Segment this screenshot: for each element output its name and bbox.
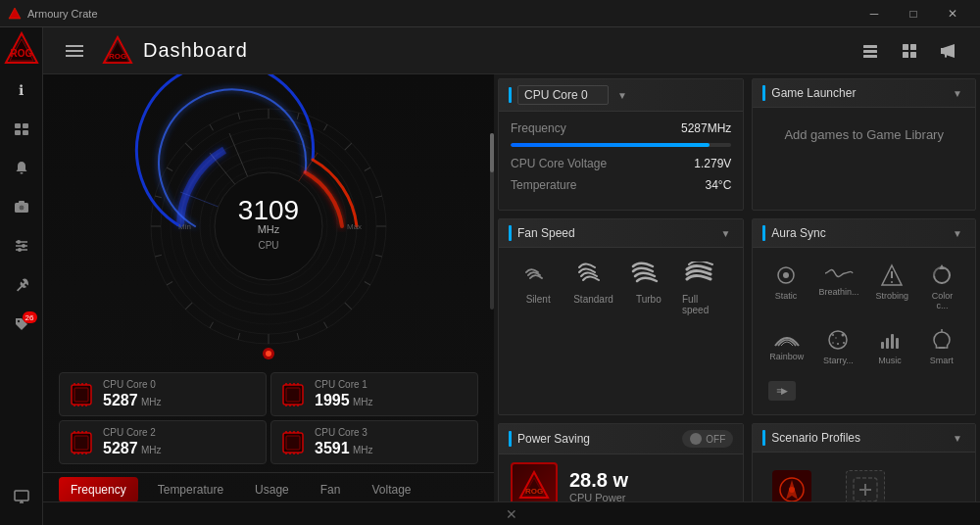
app-container: ROG ℹ <box>0 27 980 525</box>
fan-option-standard[interactable]: Standard <box>565 256 620 321</box>
cpu-core-value-2: 5287 MHz <box>103 440 258 457</box>
toggle-knob <box>690 433 702 445</box>
svg-rect-76 <box>74 388 88 402</box>
svg-line-59 <box>155 255 162 257</box>
game-widget-chevron[interactable]: ▼ <box>950 85 965 101</box>
temperature-label: Temperature <box>511 178 576 192</box>
aura-label-smart: Smart <box>930 356 954 365</box>
sidebar-item-display[interactable] <box>4 480 39 515</box>
svg-point-124 <box>837 343 839 345</box>
svg-line-57 <box>185 303 192 310</box>
scenario-profile-1[interactable]: Profile 1 <box>764 462 819 501</box>
frequency-bar-fill <box>511 143 710 147</box>
temperature-row: Temperature 34°C <box>511 178 731 192</box>
sidebar-item-camera[interactable] <box>4 190 39 225</box>
tab-frequency[interactable]: Frequency <box>59 477 138 501</box>
aura-label-breathing: Breathin... <box>819 287 859 297</box>
fan-silent-icon <box>524 262 552 288</box>
titlebar: Armoury Crate ─ □ ✕ <box>0 0 980 27</box>
fan-widget-chevron[interactable]: ▼ <box>717 225 733 241</box>
cpu-core-freq-2: 5287 <box>103 440 138 456</box>
power-info: 28.8 w CPU Power <box>569 469 731 502</box>
aura-header-accent <box>762 225 765 241</box>
frequency-label: Frequency <box>511 121 566 135</box>
tab-usage[interactable]: Usage <box>243 477 301 501</box>
fan-option-silent[interactable]: Silent <box>511 256 565 321</box>
close-button[interactable]: ✕ <box>933 0 972 27</box>
scenario-create-new[interactable]: Create New <box>831 462 899 501</box>
svg-line-52 <box>324 322 328 328</box>
sidebar-item-tag[interactable]: 26 <box>4 308 39 343</box>
aura-mode-strobing[interactable]: Strobing <box>871 258 913 316</box>
svg-rect-131 <box>896 338 899 349</box>
aura-label-color-cycle: Color c... <box>925 291 959 310</box>
profile1-icon <box>772 470 811 501</box>
aura-mode-static[interactable]: Static <box>764 258 807 316</box>
temperature-value: 34°C <box>706 178 732 192</box>
cpu-core-selector[interactable]: CPU Core 0 CPU Core 1 CPU Core 2 CPU Cor… <box>517 85 609 105</box>
game-launcher-header: Game Launcher ▼ <box>753 79 975 108</box>
tab-fan[interactable]: Fan <box>309 477 353 501</box>
svg-point-15 <box>17 240 21 244</box>
frequency-bar <box>511 143 731 147</box>
app-icon <box>8 7 22 21</box>
power-content: ROG 28.8 w CPU Power <box>499 454 743 501</box>
svg-point-123 <box>842 334 845 337</box>
tab-temperature[interactable]: Temperature <box>146 477 235 501</box>
menu-button[interactable] <box>59 35 90 67</box>
svg-rect-28 <box>863 45 877 48</box>
cpu-core-value-3: 3591 MHz <box>315 440 469 457</box>
widget-chevron[interactable]: ▼ <box>614 87 630 103</box>
scroll-bar[interactable] <box>488 74 494 368</box>
svg-line-65 <box>238 113 240 119</box>
aura-mode-starry[interactable]: Starry... <box>816 322 860 371</box>
sidebar-item-devices[interactable] <box>4 112 39 147</box>
maximize-button[interactable]: □ <box>894 0 933 27</box>
svg-rect-32 <box>910 44 916 50</box>
svg-point-127 <box>836 337 837 338</box>
svg-point-18 <box>17 319 19 321</box>
sidebar-item-sliders[interactable] <box>4 229 39 264</box>
rog-logo: ROG <box>4 31 39 67</box>
scenario-widget-chevron[interactable]: ▼ <box>950 430 965 446</box>
voltage-label: CPU Core Voltage <box>511 157 607 170</box>
aura-mode-smart[interactable]: Smart <box>919 322 963 371</box>
cpu-core-value-0: 5287 MHz <box>103 392 258 409</box>
fan-option-full[interactable]: Full speed <box>676 256 731 321</box>
svg-rect-33 <box>903 52 908 58</box>
aura-sync-title: Aura Sync <box>771 226 944 240</box>
aura-label-strobing: Strobing <box>875 291 908 301</box>
header-actions <box>855 35 964 67</box>
announcement-button[interactable] <box>933 35 964 67</box>
svg-text:ROG: ROG <box>109 52 126 61</box>
scenario-content: Profile 1 <box>753 453 975 501</box>
grid-view-button[interactable] <box>894 35 925 67</box>
aura-label-music: Music <box>878 356 902 365</box>
display-icon <box>14 489 29 507</box>
breathing-icon <box>823 263 855 283</box>
sidebar-item-wrench[interactable] <box>4 268 39 304</box>
list-view-button[interactable] <box>855 35 886 67</box>
aura-mode-breathing[interactable]: Breathin... <box>815 258 863 316</box>
bottom-close-button[interactable]: ✕ <box>506 506 517 522</box>
sidebar-item-info[interactable]: ℹ <box>4 72 39 108</box>
cpu-core-unit-0: MHz <box>141 397 162 407</box>
svg-rect-4 <box>15 123 21 128</box>
aura-widget-chevron[interactable]: ▼ <box>950 225 965 241</box>
content-area: 3109 MHz CPU Min Max <box>43 74 980 501</box>
aura-extra-icon[interactable]: ≡▶ <box>768 381 796 401</box>
header: ROG Dashboard <box>43 27 980 74</box>
fan-header-accent <box>509 225 512 241</box>
aura-mode-music[interactable]: Music <box>868 322 912 371</box>
cpu-icon-1 <box>279 381 307 408</box>
sidebar-item-notifications[interactable] <box>4 151 39 186</box>
aura-mode-color-cycle[interactable]: Color c... <box>921 258 963 316</box>
minimize-button[interactable]: ─ <box>855 0 894 27</box>
scenario-title: Scenario Profiles <box>771 431 944 445</box>
fan-option-turbo[interactable]: Turbo <box>621 256 676 321</box>
svg-rect-19 <box>15 491 28 501</box>
tab-voltage[interactable]: Voltage <box>360 477 422 501</box>
cpu-core-box-2: CPU Core 2 5287 MHz <box>59 420 267 464</box>
power-saving-toggle[interactable]: OFF <box>682 430 733 448</box>
aura-mode-rainbow[interactable]: Rainbow <box>764 322 808 371</box>
